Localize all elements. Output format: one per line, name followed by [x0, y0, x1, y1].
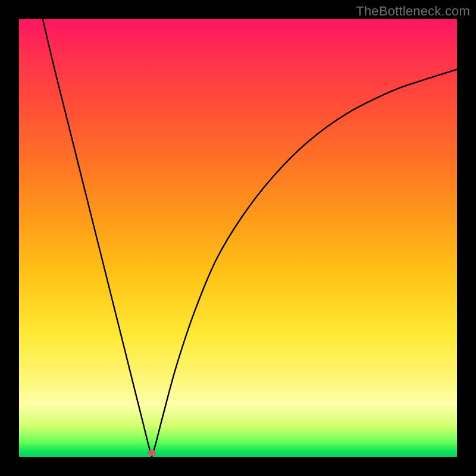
- curve-right-branch: [152, 70, 457, 457]
- bottleneck-curve: [19, 19, 457, 457]
- watermark-text: TheBottleneck.com: [356, 4, 470, 19]
- curve-left-branch: [43, 19, 152, 457]
- chart-frame: TheBottleneck.com: [0, 0, 476, 476]
- plot-area: [19, 19, 457, 457]
- cusp-marker: [148, 450, 156, 456]
